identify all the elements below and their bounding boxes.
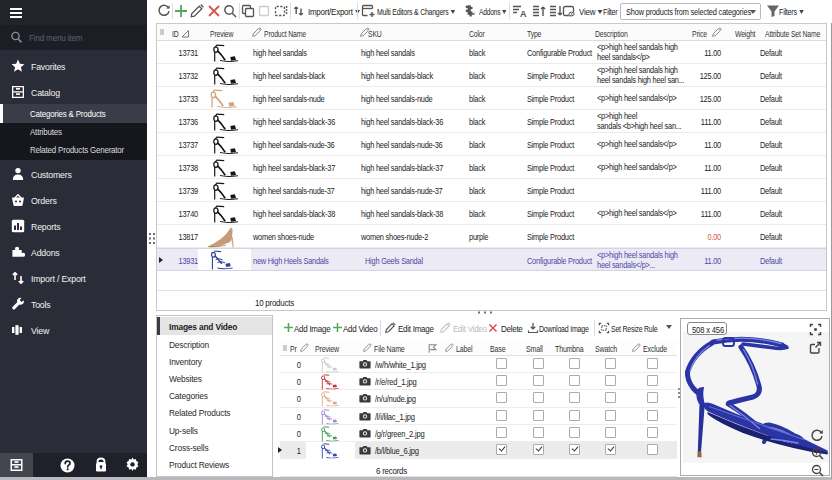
svg-text:A: A: [520, 9, 527, 18]
